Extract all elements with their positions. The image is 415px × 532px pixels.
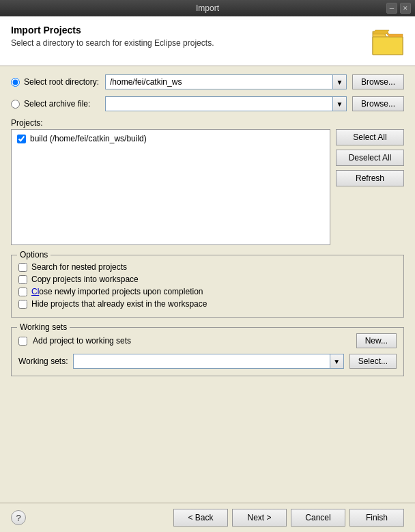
options-group: Options Search for nested projects Copy …	[11, 255, 404, 318]
archive-file-dropdown-arrow[interactable]: ▼	[333, 96, 347, 111]
search-nested-label: Search for nested projects	[31, 262, 127, 272]
page-subtitle: Select a directory to search for existin…	[11, 38, 214, 48]
folder-icon	[371, 25, 404, 57]
content-area: Select root directory: ▼ Browse... Selec…	[0, 66, 415, 503]
root-directory-label: Select root directory:	[24, 77, 99, 87]
hide-existing-checkbox[interactable]	[18, 300, 27, 309]
next-button[interactable]: Next >	[232, 509, 287, 527]
svg-marker-1	[373, 37, 403, 55]
search-nested-checkbox[interactable]	[18, 263, 27, 272]
close-imported-item: Close newly imported projects upon compl…	[18, 285, 397, 298]
hide-existing-item: Hide projects that already exist in the …	[18, 298, 397, 310]
root-directory-row: Select root directory: ▼ Browse...	[11, 74, 404, 89]
root-directory-input[interactable]	[105, 74, 333, 89]
close-button[interactable]: ✕	[400, 3, 411, 14]
archive-file-combo: ▼	[105, 96, 347, 111]
footer-left: ?	[11, 510, 26, 525]
finish-button[interactable]: Finish	[349, 509, 404, 527]
select-working-sets-button[interactable]: Select...	[349, 354, 397, 369]
footer: ? < Back Next > Cancel Finish	[0, 503, 415, 532]
svg-marker-3	[373, 30, 389, 34]
working-sets-legend: Working sets	[17, 322, 70, 332]
page-title: Import Projects	[11, 25, 214, 36]
list-item: build (/home/fei/catkin_ws/build)	[14, 132, 327, 145]
help-button[interactable]: ?	[11, 510, 26, 525]
close-imported-checkbox[interactable]	[18, 288, 27, 296]
dialog-title: Import	[196, 3, 219, 13]
archive-file-browse-button[interactable]: Browse...	[352, 96, 404, 111]
working-sets-label: Working sets:	[18, 356, 68, 366]
archive-file-row: Select archive file: ▼ Browse...	[11, 96, 404, 111]
archive-file-input[interactable]	[105, 96, 333, 111]
dialog-body: Import Projects Select a directory to se…	[0, 16, 415, 532]
root-directory-combo: ▼	[105, 74, 347, 89]
deselect-all-button[interactable]: Deselect All	[336, 150, 404, 166]
header-text: Import Projects Select a directory to se…	[11, 25, 214, 48]
root-directory-browse-button[interactable]: Browse...	[352, 74, 404, 89]
add-to-working-sets-row: Add project to working sets New...	[18, 333, 397, 348]
add-to-working-sets-checkbox[interactable]	[18, 337, 27, 346]
projects-buttons: Select All Deselect All Refresh	[336, 129, 404, 186]
copy-projects-item: Copy projects into workspace	[18, 273, 397, 285]
header-section: Import Projects Select a directory to se…	[0, 16, 415, 66]
archive-file-radio[interactable]	[11, 100, 20, 109]
root-directory-dropdown-arrow[interactable]: ▼	[333, 74, 347, 89]
archive-file-radio-label[interactable]: Select archive file:	[11, 99, 100, 109]
add-to-working-sets-label: Add project to working sets	[33, 336, 131, 346]
new-working-set-button[interactable]: New...	[356, 333, 397, 348]
refresh-button[interactable]: Refresh	[336, 170, 404, 186]
options-legend: Options	[17, 250, 51, 260]
working-sets-combo: ▼	[73, 354, 343, 369]
copy-projects-checkbox[interactable]	[18, 275, 27, 284]
back-button[interactable]: < Back	[173, 509, 228, 527]
close-imported-link[interactable]: Cl	[31, 287, 39, 296]
cancel-button[interactable]: Cancel	[291, 509, 345, 527]
project-label: build (/home/fei/catkin_ws/build)	[30, 134, 147, 143]
hide-existing-label: Hide projects that already exist in the …	[31, 299, 207, 309]
working-sets-dropdown-arrow[interactable]: ▼	[330, 354, 344, 369]
project-checkbox[interactable]	[17, 135, 26, 143]
footer-buttons: < Back Next > Cancel Finish	[173, 509, 404, 527]
archive-file-label: Select archive file:	[24, 99, 90, 109]
close-imported-label: Close newly imported projects upon compl…	[31, 287, 203, 296]
projects-list: build (/home/fei/catkin_ws/build)	[11, 129, 330, 245]
select-all-button[interactable]: Select All	[336, 129, 404, 145]
root-directory-radio[interactable]	[11, 78, 20, 87]
copy-projects-label: Copy projects into workspace	[31, 275, 139, 284]
root-directory-radio-label[interactable]: Select root directory:	[11, 77, 100, 87]
projects-section: Projects: build (/home/fei/catkin_ws/bui…	[11, 118, 404, 245]
working-sets-group: Working sets Add project to working sets…	[11, 327, 404, 376]
projects-label: Projects:	[11, 118, 404, 128]
search-nested-item: Search for nested projects	[18, 261, 397, 273]
working-sets-input[interactable]	[73, 354, 330, 369]
minimize-button[interactable]: ─	[386, 3, 397, 14]
title-bar: Import ─ ✕	[0, 0, 415, 16]
projects-area: build (/home/fei/catkin_ws/build) Select…	[11, 129, 404, 245]
working-sets-selector-row: Working sets: ▼ Select...	[18, 354, 397, 369]
